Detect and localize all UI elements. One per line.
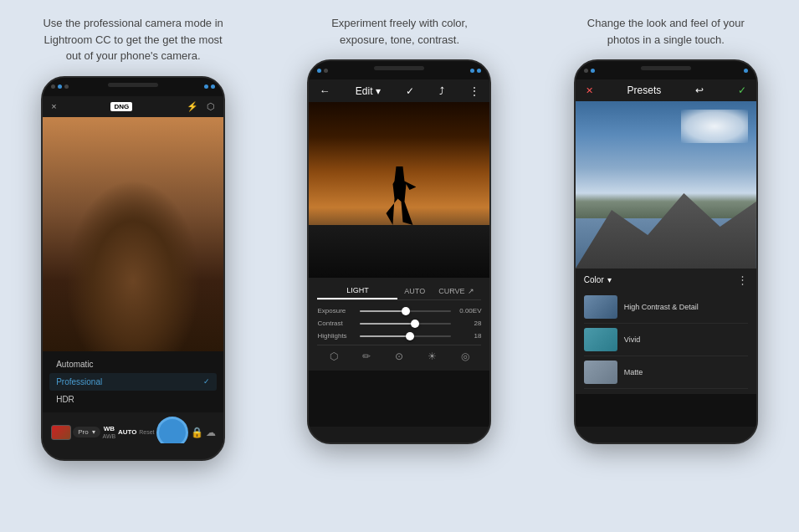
crop-icon[interactable]: ⬡ <box>330 350 338 362</box>
preset-row-vivid[interactable]: Vivid <box>584 324 748 356</box>
notch-dot-blue <box>204 84 208 89</box>
notch-dots-left <box>317 69 328 73</box>
edit-chevron-icon[interactable]: ▾ <box>376 85 381 97</box>
p1-mode-selector[interactable]: Pro ▾ <box>73 427 100 437</box>
preset-row-matte[interactable]: Matte <box>584 356 748 389</box>
p1-wb: WB AWB <box>102 425 115 439</box>
notch-dots-right <box>470 69 481 73</box>
auto-label: AUTO <box>118 428 137 436</box>
exposure-thumb[interactable] <box>402 307 410 315</box>
p2-top-bar: ← Edit ▾ ✓ ⤴ ⋮ <box>309 79 489 102</box>
p3-photo-area <box>576 101 756 269</box>
lock-icon[interactable]: 🔒 <box>191 427 203 438</box>
contrast-thumb[interactable] <box>411 320 419 328</box>
curve-arrow-icon: ↗ <box>468 287 474 295</box>
panel-3: Change the look and feel of your photos … <box>533 0 799 532</box>
phone-1-frame: × DNG ⚡ ⬡ Automatic Professional <box>41 76 225 461</box>
tab-light[interactable]: LIGHT <box>317 283 397 299</box>
slider-highlights: Highlights 18 <box>317 332 481 340</box>
camera-icon[interactable]: ⬡ <box>207 101 215 112</box>
highlights-track[interactable] <box>360 335 451 337</box>
close-icon[interactable]: × <box>51 101 56 111</box>
back-icon[interactable]: ← <box>319 84 330 97</box>
p1-reset[interactable]: Reset <box>139 429 154 435</box>
p1-photo-area <box>43 117 223 351</box>
contrast-track[interactable] <box>360 323 451 325</box>
selective-icon[interactable]: ⊙ <box>395 350 403 362</box>
p1-auto: AUTO <box>118 428 137 436</box>
phone-3-notch <box>576 61 756 79</box>
contrast-value: 28 <box>456 320 481 327</box>
p3-top-bar: ✕ Presets ↩ ✓ <box>576 79 756 101</box>
notch-dot-blue <box>211 84 215 89</box>
p2-tab-row: LIGHT AUTO CURVE ↗ <box>317 283 481 300</box>
reset-label: Reset <box>139 429 154 435</box>
exposure-track[interactable] <box>360 310 451 312</box>
p3-clouds <box>681 110 748 143</box>
p3-preset-panel: Color ▾ ⋮ High Contrast & Detail Vivid <box>576 269 756 394</box>
confirm-icon[interactable]: ✓ <box>738 84 746 96</box>
chevron-down-icon: ▾ <box>92 428 95 436</box>
mode-label: Pro <box>78 428 88 436</box>
menu-item-automatic[interactable]: Automatic <box>49 356 217 373</box>
capture-button[interactable] <box>156 417 188 443</box>
preset-thumb-matte <box>584 361 617 384</box>
notch-dots-left <box>51 84 69 89</box>
p2-edit-title: Edit ▾ <box>356 85 381 97</box>
healing-icon[interactable]: ✏ <box>362 350 371 362</box>
close-icon[interactable]: ✕ <box>586 85 593 96</box>
color-dropdown[interactable]: Color ▾ <box>584 275 612 284</box>
light-icon[interactable]: ☀ <box>428 350 437 362</box>
lightning-icon[interactable]: ⚡ <box>187 101 198 112</box>
notch-dots-right <box>744 69 748 73</box>
preset-thumb-vivid <box>584 328 617 351</box>
phone-2-notch <box>309 61 489 79</box>
notch-dots-right <box>204 84 215 89</box>
notch-dot-blue <box>58 84 62 89</box>
notch-dot-blue <box>477 69 481 73</box>
preset-thumb-hcd <box>584 295 617 319</box>
phone-3-screen: ✕ Presets ↩ ✓ Color <box>576 79 756 427</box>
panel-1-caption: Use the professional camera mode in Ligh… <box>41 15 225 64</box>
p1-dog <box>43 117 223 351</box>
notch-dot <box>51 84 55 89</box>
menu-item-hdr[interactable]: HDR <box>49 391 217 408</box>
settings-icon[interactable]: ☁ <box>206 427 216 438</box>
p2-edit-panel: LIGHT AUTO CURVE ↗ Exposure <box>309 278 489 371</box>
p2-silhouette <box>382 166 416 225</box>
notch-dot-blue <box>591 69 595 73</box>
notch-dot <box>584 69 588 73</box>
preset-row-hcd[interactable]: High Contrast & Detail <box>584 291 748 324</box>
more-icon[interactable]: ⋮ <box>469 85 479 97</box>
notch-dots-left <box>584 69 595 73</box>
more-options-icon[interactable]: ⋮ <box>737 274 748 286</box>
phone-2-frame: ← Edit ▾ ✓ ⤴ ⋮ <box>307 59 491 444</box>
undo-icon[interactable]: ↩ <box>695 84 704 96</box>
notch-dot <box>324 69 328 73</box>
main-container: Use the professional camera mode in Ligh… <box>0 0 799 532</box>
panel-2-caption: Experiment freely with color, exposure, … <box>307 15 491 48</box>
tab-auto[interactable]: AUTO <box>397 284 432 299</box>
phone-1-screen: × DNG ⚡ ⬡ Automatic Professional <box>43 96 223 443</box>
p2-bottom-icons: ⬡ ✏ ⊙ ☀ ◎ <box>317 345 481 366</box>
notch-dot-blue <box>470 69 474 73</box>
menu-item-professional[interactable]: Professional <box>49 373 217 391</box>
p1-toolbar-icons: ⚡ ⬡ <box>187 101 215 112</box>
detail-icon[interactable]: ◎ <box>461 350 469 362</box>
edit-label: Edit <box>356 85 373 97</box>
share-icon[interactable]: ⤴ <box>439 85 444 97</box>
preset-name-vivid: Vivid <box>624 335 640 344</box>
highlights-label: Highlights <box>317 332 355 340</box>
tab-curve[interactable]: CURVE ↗ <box>432 284 481 299</box>
p1-thumb <box>51 425 71 440</box>
notch-dot-blue <box>744 69 748 73</box>
highlights-thumb[interactable] <box>406 332 414 340</box>
panel-3-caption: Change the look and feel of your photos … <box>574 15 758 48</box>
exposure-label: Exposure <box>317 307 355 315</box>
p2-photo-area <box>309 102 489 278</box>
check-icon[interactable]: ✓ <box>406 85 414 97</box>
preset-name-hcd: High Contrast & Detail <box>624 303 699 311</box>
exposure-value: 0.00EV <box>456 307 481 315</box>
slider-contrast: Contrast 28 <box>317 320 481 327</box>
exposure-fill <box>360 310 406 312</box>
